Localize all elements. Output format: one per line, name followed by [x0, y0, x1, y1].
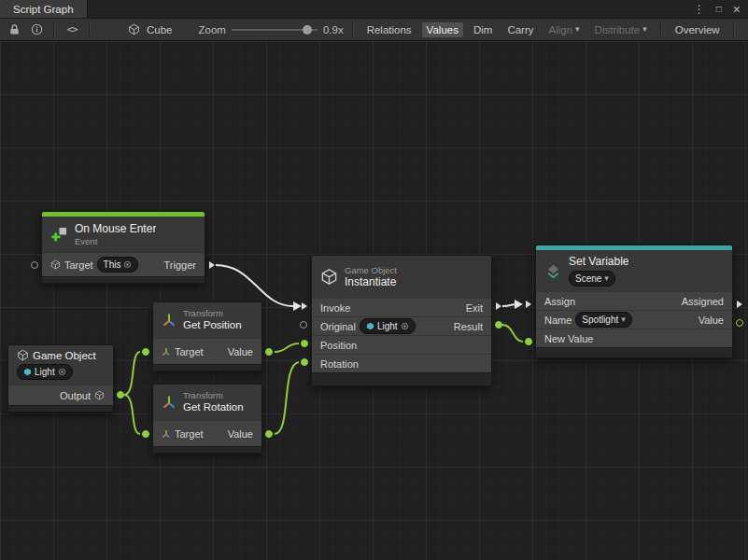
- scope-dropdown[interactable]: Scene ▾: [569, 271, 615, 287]
- port-label-value: Value: [699, 315, 724, 326]
- transform-icon: [162, 395, 176, 410]
- transform-type-icon: [162, 429, 171, 439]
- port-value-output[interactable]: [265, 430, 273, 438]
- maximize-icon[interactable]: □: [716, 5, 722, 14]
- node-header: Game Object Light: [8, 345, 113, 385]
- wire-arrowhead: [515, 300, 523, 309]
- port-target-input[interactable]: [31, 261, 38, 269]
- object-picker-icon[interactable]: [123, 260, 132, 269]
- port-row: Name Spotlight ▾ Value: [536, 310, 732, 329]
- port-rotation-input[interactable]: [301, 358, 308, 366]
- wire-arrowhead: [293, 301, 302, 311]
- object-picker-icon[interactable]: [401, 322, 409, 330]
- port-value-output[interactable]: [265, 348, 273, 356]
- port-output[interactable]: [117, 391, 124, 399]
- port-position-input[interactable]: [301, 340, 308, 347]
- port-row: Position: [312, 335, 491, 354]
- mouse-enter-event-icon: [50, 226, 68, 244]
- dim-button[interactable]: Dim: [469, 22, 497, 37]
- chevron-down-icon: ▾: [604, 274, 609, 283]
- port-trigger-output[interactable]: [209, 261, 215, 269]
- node-footer: [312, 372, 491, 385]
- overview-button[interactable]: Overview: [670, 22, 725, 37]
- port-label-target: Target: [175, 346, 204, 357]
- port-label-new-value: New Value: [544, 333, 593, 344]
- node-header: Set Variable Scene ▾: [536, 250, 732, 291]
- toolbar-separator: [89, 22, 91, 36]
- graph-canvas[interactable]: On Mouse Enter Event Target This: [0, 41, 748, 560]
- port-exit-output[interactable]: [496, 302, 501, 310]
- port-target-input[interactable]: [142, 348, 149, 356]
- toolbar-separator: [352, 22, 354, 36]
- light-object-chip[interactable]: Light: [17, 364, 73, 380]
- transform-type-icon: [162, 347, 171, 357]
- node-get-position[interactable]: Transform Get Position Target Value: [152, 301, 262, 371]
- node-on-mouse-enter[interactable]: On Mouse Enter Event Target This: [41, 211, 205, 284]
- node-set-variable[interactable]: Set Variable Scene ▾ Assign Assigned Nam…: [535, 245, 733, 358]
- game-object-cube-icon: [23, 368, 32, 376]
- object-picker-icon[interactable]: [58, 368, 66, 376]
- port-assigned-output[interactable]: [737, 301, 742, 308]
- close-icon[interactable]: ×: [733, 3, 741, 16]
- graph-breadcrumb[interactable]: Cube: [125, 21, 173, 38]
- port-label-target: Target: [64, 259, 93, 271]
- port-invoke-input[interactable]: [302, 302, 307, 310]
- node-title: Set Variable: [569, 255, 628, 268]
- node-footer: [8, 405, 113, 412]
- toolbar-separator: [733, 22, 735, 36]
- node-title: On Mouse Enter: [75, 222, 156, 235]
- script-graph-window: Script Graph ⋮ □ × <> Cube Zoom 0.9x: [0, 0, 748, 560]
- port-original-input[interactable]: [300, 321, 307, 329]
- port-target-input[interactable]: [142, 430, 149, 438]
- distribute-button[interactable]: Distribute ▾: [590, 22, 652, 37]
- chevron-down-icon: ▾: [642, 25, 647, 34]
- values-button[interactable]: Values: [422, 22, 463, 37]
- wire-data-output-target2: [124, 395, 140, 434]
- full-screen-button[interactable]: Full Screen: [743, 22, 748, 37]
- light-object-chip[interactable]: Light: [360, 318, 416, 334]
- code-icon[interactable]: <>: [64, 21, 80, 38]
- node-game-object-literal[interactable]: Game Object Light Output: [7, 344, 114, 413]
- tab-script-graph[interactable]: Script Graph: [0, 0, 88, 18]
- relations-button[interactable]: Relations: [362, 22, 416, 37]
- chevron-down-icon: ▾: [621, 315, 626, 324]
- transform-icon: [162, 313, 176, 328]
- node-title: Instantiate: [345, 275, 397, 288]
- carry-button[interactable]: Carry: [502, 22, 538, 37]
- port-value-output[interactable]: [736, 319, 743, 327]
- port-assign-input[interactable]: [526, 301, 531, 308]
- port-new-value-input[interactable]: [525, 338, 532, 345]
- this-value-chip[interactable]: This: [97, 257, 139, 273]
- variable-name-dropdown[interactable]: Spotlight ▾: [575, 312, 631, 328]
- port-label-invoke: Invoke: [320, 302, 350, 314]
- port-result-output[interactable]: [495, 321, 502, 329]
- graph-name: Cube: [147, 24, 173, 35]
- port-label-rotation: Rotation: [320, 358, 359, 370]
- lock-icon[interactable]: [6, 21, 22, 38]
- port-label-position: Position: [320, 340, 357, 351]
- node-get-rotation[interactable]: Transform Get Rotation Target Value: [152, 384, 262, 454]
- node-header: Transform Get Position: [153, 302, 261, 338]
- node-footer: [153, 446, 261, 453]
- port-label-assign: Assign: [544, 296, 575, 307]
- port-label-name: Name: [544, 315, 572, 326]
- zoom-slider[interactable]: [232, 23, 318, 36]
- node-instantiate[interactable]: Game Object Instantiate Invoke Exit Orig…: [311, 255, 492, 386]
- node-title: Get Rotation: [183, 401, 244, 414]
- port-label-value: Value: [228, 428, 253, 440]
- wire-data-value-rotation: [275, 362, 299, 434]
- node-header: On Mouse Enter Event: [42, 217, 205, 252]
- zoom-label: Zoom: [199, 24, 226, 35]
- window-tab-bar: Script Graph ⋮ □ ×: [0, 0, 748, 19]
- tab-title: Script Graph: [13, 4, 74, 15]
- zoom-slider-handle[interactable]: [303, 25, 312, 35]
- toolbar-separator: [660, 22, 662, 36]
- window-menu-icon[interactable]: ⋮: [694, 4, 705, 15]
- port-label-trigger: Trigger: [164, 259, 196, 271]
- align-button[interactable]: Align ▾: [544, 22, 585, 37]
- graph-toolbar: <> Cube Zoom 0.9x Relations Values Dim C…: [0, 19, 748, 41]
- port-row: Target This Trigger: [42, 252, 205, 276]
- info-icon[interactable]: [28, 21, 45, 38]
- port-label-target: Target: [175, 428, 204, 440]
- port-row: Output: [8, 385, 113, 405]
